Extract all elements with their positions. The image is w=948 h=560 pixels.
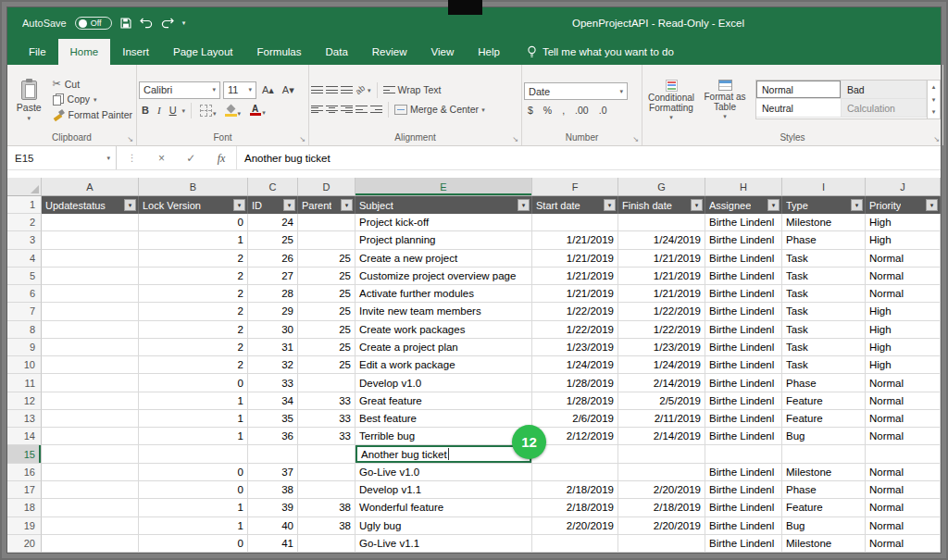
undo-button[interactable]: [140, 18, 153, 29]
cell-E2[interactable]: Project kick-off: [356, 214, 532, 231]
cell-C9[interactable]: 31: [248, 339, 298, 356]
shrink-font-button[interactable]: A▾: [280, 83, 297, 96]
cell-J19[interactable]: Normal: [866, 517, 941, 535]
enter-icon[interactable]: ✓: [186, 153, 195, 164]
cell-C19[interactable]: 40: [248, 517, 298, 535]
cell-B8[interactable]: 2: [139, 321, 248, 339]
cell-H4[interactable]: Birthe Lindenl: [705, 250, 782, 268]
column-header-h[interactable]: H: [705, 178, 782, 195]
cell-J17[interactable]: Normal: [866, 481, 941, 499]
cell-J11[interactable]: Normal: [866, 374, 941, 392]
cell-I7[interactable]: Task: [782, 303, 866, 320]
cell-G18[interactable]: 2/18/2019: [618, 499, 705, 516]
cell-I20[interactable]: Milestone: [782, 535, 866, 553]
gallery-scroll-down-icon[interactable]: ▾: [928, 93, 940, 106]
italic-button[interactable]: I: [155, 104, 164, 117]
cell-B18[interactable]: 1: [139, 499, 248, 516]
tab-view[interactable]: View: [419, 39, 467, 65]
cell-F3[interactable]: 1/21/2019: [532, 231, 618, 249]
select-all-corner[interactable]: [7, 178, 42, 195]
cell-E6[interactable]: Activate further modules: [356, 285, 532, 303]
paste-button[interactable]: Paste ▾: [9, 68, 49, 131]
filter-dropdown-icon[interactable]: ▾: [926, 199, 938, 211]
align-top-button[interactable]: [311, 85, 323, 94]
cell-H8[interactable]: Birthe Lindenl: [705, 321, 782, 339]
cell-J13[interactable]: Normal: [866, 410, 941, 428]
filter-dropdown-icon[interactable]: ▾: [851, 199, 863, 211]
font-name-select[interactable]: Calibri ▾: [139, 81, 220, 99]
cell-A13[interactable]: [42, 410, 139, 428]
fill-color-button[interactable]: ▾: [222, 104, 244, 118]
cell-C17[interactable]: 38: [248, 481, 298, 499]
cell-J2[interactable]: High: [866, 214, 941, 231]
number-format-select[interactable]: Date ▾: [524, 82, 628, 100]
align-left-button[interactable]: [311, 105, 323, 114]
cell-I3[interactable]: Phase: [782, 231, 866, 249]
cell-J20[interactable]: Normal: [866, 535, 941, 553]
cell-D12[interactable]: 33: [298, 392, 356, 410]
cell-G20[interactable]: [618, 535, 705, 553]
cell-B10[interactable]: 2: [139, 356, 248, 374]
cell-D10[interactable]: 25: [298, 356, 356, 374]
autosave-toggle[interactable]: Off: [75, 17, 112, 30]
cell-E20[interactable]: Go-Live v1.1: [356, 535, 532, 553]
cell-I2[interactable]: Milestone: [782, 214, 866, 231]
cell-G7[interactable]: 1/22/2019: [618, 303, 705, 320]
cell-B14[interactable]: 1: [139, 428, 248, 445]
cell-I13[interactable]: Feature: [782, 410, 866, 428]
align-middle-button[interactable]: [326, 85, 338, 94]
cell-D17[interactable]: [298, 481, 356, 499]
tab-review[interactable]: Review: [360, 39, 419, 65]
cancel-icon[interactable]: ×: [158, 153, 165, 164]
align-center-button[interactable]: [326, 105, 338, 114]
cell-J6[interactable]: Normal: [866, 285, 941, 303]
cell-A2[interactable]: [42, 214, 139, 231]
format-as-table-button[interactable]: Format as Table ▾: [698, 80, 752, 119]
dialog-launcher-icon[interactable]: ↘: [127, 135, 133, 143]
cell-B15[interactable]: [139, 445, 248, 463]
cell-I4[interactable]: Task: [782, 250, 866, 268]
row-header-14[interactable]: 14: [7, 428, 42, 445]
cell-I10[interactable]: Task: [782, 356, 866, 374]
column-header-d[interactable]: D: [298, 178, 356, 195]
cell-E15[interactable]: Another bug ticket: [356, 445, 532, 463]
cell-A19[interactable]: [42, 517, 139, 535]
cell-style-calculation[interactable]: Calculation: [842, 99, 927, 118]
cell-B7[interactable]: 2: [139, 303, 248, 320]
number-format-button-0[interactable]: $: [524, 104, 537, 117]
row-header-17[interactable]: 17: [7, 481, 42, 499]
cell-G5[interactable]: 1/21/2019: [618, 268, 705, 285]
cell-H6[interactable]: Birthe Lindenl: [705, 285, 782, 303]
cell-F11[interactable]: 1/28/2019: [532, 374, 618, 392]
save-button[interactable]: [120, 18, 131, 29]
cell-D2[interactable]: [298, 214, 356, 231]
cell-J14[interactable]: Normal: [866, 428, 941, 445]
borders-button[interactable]: ▾: [197, 104, 219, 118]
dialog-launcher-icon[interactable]: ↘: [933, 135, 940, 143]
cell-style-normal[interactable]: Normal: [756, 81, 842, 99]
cell-F8[interactable]: 1/22/2019: [532, 321, 618, 339]
cell-F17[interactable]: 2/18/2019: [532, 481, 618, 499]
filter-dropdown-icon[interactable]: ▾: [233, 199, 245, 211]
cell-E4[interactable]: Create a new project: [356, 250, 532, 268]
cell-E13[interactable]: Best feature: [356, 410, 532, 428]
cell-D19[interactable]: 38: [298, 517, 356, 535]
cell-B20[interactable]: 0: [139, 535, 248, 553]
cell-C10[interactable]: 32: [248, 356, 298, 374]
cell-G11[interactable]: 2/14/2019: [618, 374, 705, 392]
decrease-indent-button[interactable]: [356, 105, 368, 114]
cell-H12[interactable]: Birthe Lindenl: [705, 392, 782, 410]
filter-dropdown-icon[interactable]: ▾: [124, 199, 136, 211]
cell-D5[interactable]: 25: [298, 268, 356, 285]
cell-H13[interactable]: Birthe Lindenl: [705, 410, 782, 428]
align-right-button[interactable]: [341, 105, 353, 114]
cell-G13[interactable]: 2/11/2019: [618, 410, 705, 428]
cell-B16[interactable]: 0: [139, 464, 248, 481]
column-header-j[interactable]: J: [866, 178, 941, 195]
cell-E8[interactable]: Create work packages: [356, 321, 532, 339]
cell-A4[interactable]: [42, 250, 139, 268]
cell-A3[interactable]: [42, 231, 139, 249]
cell-E5[interactable]: Customize project overview page: [356, 268, 532, 285]
row-header-11[interactable]: 11: [7, 374, 42, 392]
cell-I18[interactable]: Feature: [782, 499, 866, 516]
